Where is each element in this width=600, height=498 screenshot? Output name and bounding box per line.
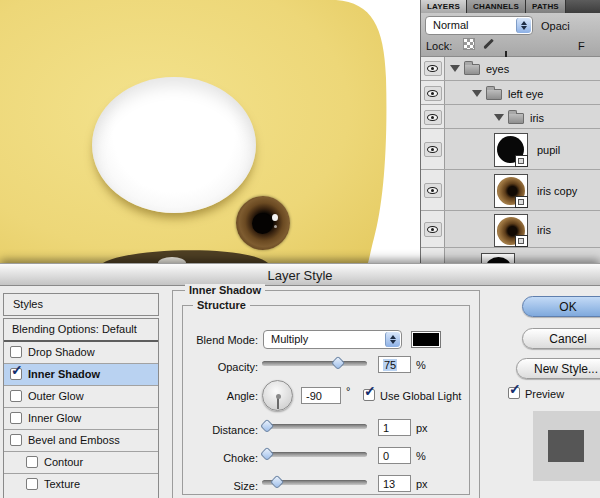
styles-list-header: Styles	[3, 293, 159, 316]
layer-thumbnail[interactable]	[494, 174, 528, 208]
eye-visibility-icon[interactable]	[424, 183, 442, 198]
layer-name[interactable]: pupil	[537, 144, 560, 156]
preview-checkbox[interactable]: ✓	[508, 387, 520, 399]
angle-label: Angle:	[138, 390, 258, 402]
style-item-inner-glow[interactable]: Inner Glow	[4, 408, 158, 430]
eye-visibility-icon[interactable]	[424, 86, 442, 101]
slider-track[interactable]	[262, 361, 367, 366]
eye-visibility-icon[interactable]	[424, 142, 442, 157]
layer-name[interactable]: iris	[537, 224, 551, 236]
style-preview-swatch	[533, 411, 600, 481]
lock-transparency-icon[interactable]	[463, 38, 475, 50]
layer-thumbnail[interactable]	[494, 214, 528, 247]
slider-handle[interactable]	[260, 419, 274, 433]
texture-checkbox[interactable]	[26, 478, 38, 490]
inner-shadow-section-title: Inner Shadow	[185, 284, 265, 296]
layer-row[interactable]: iris	[421, 212, 600, 248]
choke-input[interactable]: 0	[378, 447, 411, 464]
eye-visibility-icon[interactable]	[424, 222, 442, 237]
lock-paint-brush-icon[interactable]	[482, 38, 495, 51]
blend-mode-dropdown[interactable]: Multiply	[263, 330, 402, 349]
angle-hub	[276, 394, 281, 399]
layer-row[interactable]: iris copy	[421, 171, 600, 211]
layer-row-group[interactable]: iris	[421, 106, 600, 129]
style-item-inner-shadow[interactable]: ✓ Inner Shadow	[4, 364, 158, 386]
layer-name[interactable]: eyes	[486, 63, 509, 75]
layer-row-group[interactable]: left eye	[421, 82, 600, 105]
fill-label: F	[578, 40, 585, 52]
blend-mode-label: Blend Mode:	[138, 334, 258, 346]
tab-layers[interactable]: LAYERS	[421, 0, 467, 13]
angle-input[interactable]: -90	[301, 387, 341, 404]
use-global-light-checkbox[interactable]: ✓	[363, 389, 375, 401]
opacity-value: 75	[383, 359, 397, 371]
inner-glow-checkbox[interactable]	[10, 412, 22, 424]
distance-slider[interactable]	[262, 419, 367, 433]
tab-paths[interactable]: PATHS	[526, 0, 566, 13]
eye-visibility-icon[interactable]	[424, 110, 442, 125]
cancel-button[interactable]: Cancel	[522, 328, 600, 349]
disclosure-triangle-icon[interactable]	[494, 114, 504, 121]
style-item-blending-options[interactable]: Blending Options: Default	[4, 319, 158, 342]
preview-label: Preview	[525, 388, 564, 400]
style-item-drop-shadow[interactable]: Drop Shadow	[4, 342, 158, 364]
opacity-input[interactable]: 75	[378, 356, 411, 373]
layer-row-partial[interactable]	[421, 249, 600, 263]
choke-label: Choke:	[138, 452, 258, 464]
blend-mode-value: Normal	[433, 19, 468, 31]
style-item-outer-glow[interactable]: Outer Glow	[4, 386, 158, 408]
layer-blend-mode-select[interactable]: Normal	[425, 16, 533, 35]
size-input[interactable]: 13	[378, 475, 411, 492]
chevron-up-down-icon[interactable]	[385, 332, 400, 347]
angle-dial[interactable]	[262, 380, 293, 411]
style-item-texture[interactable]: Texture	[4, 474, 158, 496]
style-item-label: Texture	[44, 478, 80, 490]
layer-row[interactable]: pupil	[421, 130, 600, 170]
distance-input[interactable]: 1	[378, 419, 411, 436]
shadow-color-swatch[interactable]	[411, 331, 441, 348]
ok-button[interactable]: OK	[522, 296, 600, 317]
slider-handle[interactable]	[331, 356, 345, 370]
photoshop-screen: LAYERS CHANNELS PATHS Normal Opaci Lock:…	[0, 0, 600, 498]
style-item-bevel-emboss[interactable]: Bevel and Emboss	[4, 430, 158, 452]
slider-track[interactable]	[262, 424, 367, 429]
contour-checkbox[interactable]	[26, 456, 38, 468]
drop-shadow-checkbox[interactable]	[10, 346, 22, 358]
panel-tab-bar: LAYERS CHANNELS PATHS	[421, 0, 600, 13]
smart-object-badge-icon	[515, 235, 528, 247]
slider-handle[interactable]	[260, 447, 274, 461]
layer-name[interactable]: iris copy	[537, 185, 577, 197]
dialog-title-bar[interactable]: Layer Style	[0, 263, 600, 286]
layer-thumbnail[interactable]	[481, 253, 515, 263]
size-unit: px	[416, 478, 428, 490]
new-style-button[interactable]: New Style...	[516, 358, 600, 379]
folder-icon	[464, 64, 480, 75]
outer-glow-checkbox[interactable]	[10, 390, 22, 402]
eye-visibility-icon[interactable]	[424, 61, 442, 76]
size-slider[interactable]	[262, 475, 367, 489]
style-item-contour[interactable]: Contour	[4, 452, 158, 474]
tab-channels[interactable]: CHANNELS	[467, 0, 526, 13]
layer-thumbnail[interactable]	[494, 133, 528, 167]
disclosure-triangle-icon[interactable]	[450, 65, 460, 72]
check-icon: ✓	[11, 362, 23, 378]
choke-slider[interactable]	[262, 447, 367, 461]
disclosure-triangle-icon[interactable]	[472, 90, 482, 97]
eye-sclera	[92, 77, 256, 213]
layer-name[interactable]: iris	[530, 112, 544, 124]
chevron-up-down-icon[interactable]	[516, 18, 531, 33]
layer-name[interactable]: left eye	[508, 88, 543, 100]
bevel-emboss-checkbox[interactable]	[10, 434, 22, 446]
opacity-slider[interactable]	[262, 356, 367, 370]
inner-shadow-checkbox[interactable]: ✓	[10, 368, 22, 380]
layer-list: eyes left eye iris	[421, 57, 600, 263]
slider-track[interactable]	[262, 452, 367, 457]
blend-mode-value: Multiply	[271, 333, 308, 345]
layer-row-group[interactable]: eyes	[421, 57, 600, 81]
angle-value: -90	[306, 390, 322, 402]
opacity-label: Opaci	[541, 20, 570, 32]
choke-value: 0	[383, 450, 389, 462]
document-canvas[interactable]	[0, 0, 420, 263]
use-global-light-label: Use Global Light	[380, 390, 461, 402]
slider-handle[interactable]	[270, 475, 284, 489]
